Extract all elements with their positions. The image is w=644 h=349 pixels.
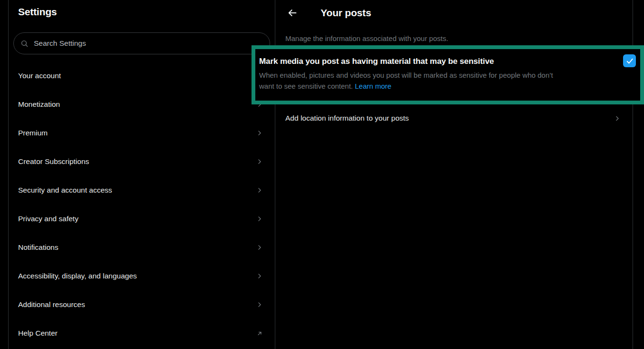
chevron-right-icon	[256, 158, 263, 165]
panel-subtitle: Manage the information associated with y…	[275, 34, 633, 43]
sidebar-item-accessibility-display-languages[interactable]: Accessibility, display, and languages	[9, 262, 275, 290]
back-button[interactable]	[287, 8, 298, 18]
chevron-right-icon	[256, 273, 263, 279]
chevron-right-icon	[614, 115, 621, 122]
panel-title: Your posts	[321, 7, 371, 19]
page-title: Settings	[9, 0, 275, 18]
settings-sidebar: Settings Your account Monetization	[9, 0, 275, 349]
sidebar-item-notifications[interactable]: Notifications	[9, 233, 275, 262]
sidebar-item-premium[interactable]: Premium	[9, 119, 275, 147]
arrow-left-icon	[287, 8, 298, 18]
sidebar-item-your-account[interactable]: Your account	[9, 62, 275, 90]
add-location-row[interactable]: Add location information to your posts	[275, 107, 633, 130]
search-input[interactable]	[34, 39, 263, 48]
sidebar-item-help-center[interactable]: Help Center	[9, 319, 275, 348]
learn-more-link[interactable]: Learn more	[355, 82, 392, 90]
sensitive-media-description: When enabled, pictures and videos you po…	[259, 70, 636, 92]
chevron-right-icon	[256, 244, 263, 251]
settings-page: Settings Your account Monetization	[0, 0, 644, 349]
sidebar-item-monetization[interactable]: Monetization	[9, 90, 275, 119]
chevron-right-icon	[256, 216, 263, 222]
chevron-right-icon	[256, 187, 263, 194]
settings-menu: Your account Monetization Premium Creato…	[9, 62, 275, 348]
sensitive-media-checkbox[interactable]	[623, 54, 636, 67]
chevron-right-icon	[256, 301, 263, 308]
add-location-label: Add location information to your posts	[285, 114, 409, 123]
sensitive-media-label: Mark media you post as having material t…	[259, 54, 617, 67]
chevron-right-icon	[256, 130, 263, 136]
search-icon	[20, 40, 29, 48]
checkmark-icon	[625, 57, 634, 65]
panel-header: Your posts	[275, 0, 633, 25]
sidebar-item-security-and-account-access[interactable]: Security and account access	[9, 176, 275, 205]
sidebar-item-privacy-and-safety[interactable]: Privacy and safety	[9, 205, 275, 233]
sidebar-item-additional-resources[interactable]: Additional resources	[9, 290, 275, 319]
search-settings-box[interactable]	[13, 32, 270, 54]
left-edge-divider	[0, 0, 9, 349]
sensitive-media-setting-highlight: Mark media you post as having material t…	[252, 45, 644, 104]
external-link-icon	[256, 330, 263, 337]
sidebar-item-creator-subscriptions[interactable]: Creator Subscriptions	[9, 147, 275, 176]
